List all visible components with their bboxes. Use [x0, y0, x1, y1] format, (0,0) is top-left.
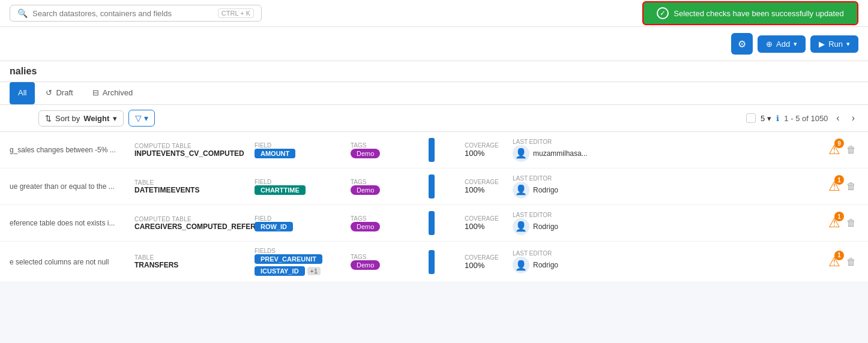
page-title: nalies [10, 66, 37, 76]
warning-count-badge: 1 [834, 175, 844, 185]
filter-tabs: All ↺ Draft ⊟ Archived [0, 82, 868, 105]
multi-field-tags: PREV_CAREUNIT ICUSTAY_ID +1 [255, 254, 346, 276]
delete-button[interactable]: 🗑 [844, 142, 858, 158]
warning-count-badge: 1 [834, 212, 844, 221]
table-type-label: Computed Table [134, 143, 250, 149]
table-row: g_sales changes between -5% ... Computed… [0, 132, 868, 169]
coverage-value: 100% [465, 149, 508, 158]
shortcut-badge: CTRL + K [218, 8, 254, 18]
warning-count-badge: 9 [834, 139, 844, 148]
add-label: Add [776, 40, 790, 49]
row-table-info: Table DATETIMEEVENTS [130, 179, 250, 194]
table-type-label: Table [134, 254, 250, 261]
select-all-checkbox[interactable] [746, 113, 756, 123]
add-button[interactable]: ⊕ Add ▾ [758, 35, 806, 53]
tag-badge: Demo [351, 222, 380, 231]
editor-name: muzammilhasa... [533, 149, 588, 158]
avatar: 👤 [513, 182, 529, 198]
row-tags: Tags Demo [346, 142, 424, 158]
settings-button[interactable]: ⚙ [731, 33, 753, 55]
row-actions: ⚠ 9 🗑 [824, 142, 858, 158]
delete-button[interactable]: 🗑 [844, 215, 858, 231]
tab-draft-label: Draft [56, 88, 73, 97]
pagination-text: 1 - 5 of 1050 [784, 114, 828, 123]
row-actions: ⚠ 1 🗑 [824, 215, 858, 231]
sort-value: Weight [83, 114, 109, 123]
field-plus-badge: +1 [307, 267, 321, 275]
tag-badge: Demo [351, 260, 380, 270]
field-label: Field [255, 215, 346, 222]
tab-draft[interactable]: ↺ Draft [37, 82, 81, 104]
page-size-value: 5 [761, 114, 765, 123]
search-input[interactable] [32, 9, 213, 18]
warning-badge-wrapper[interactable]: ⚠ 1 [828, 179, 840, 194]
tab-all[interactable]: All [10, 82, 35, 104]
pagination-next-button[interactable]: › [848, 112, 858, 125]
field-label: Field [255, 142, 346, 149]
row-editor: Last Editor 👤 Rodrigo [508, 212, 824, 235]
field-tag-2: ICUSTAY_ID [255, 266, 305, 276]
sort-chevron-icon: ▾ [113, 114, 117, 123]
table-name-value: DATETIMEEVENTS [134, 186, 250, 194]
field-label: Field [255, 179, 346, 185]
row-coverage: Coverage 100% [460, 215, 508, 231]
pagination-prev-button[interactable]: ‹ [833, 112, 843, 125]
controls-row: ⇅ Sort by Weight ▾ ▽ ▾ 5 ▾ ℹ 1 - 5 of 10… [0, 105, 868, 132]
row-tags: Tags Demo [346, 254, 424, 270]
coverage-value: 100% [465, 222, 508, 231]
tab-archived-label: Archived [103, 88, 133, 97]
row-tags: Tags Demo [346, 179, 424, 195]
row-table-info: Computed Table CAREGIVERS_COMPUTED_REFER… [130, 216, 250, 231]
sort-dropdown[interactable]: ⇅ Sort by Weight ▾ [38, 110, 124, 127]
tags-label: Tags [351, 179, 424, 185]
avatar: 👤 [513, 257, 529, 273]
page-size-chevron-icon: ▾ [767, 114, 771, 123]
editor-label: Last Editor [513, 212, 824, 218]
row-editor: Last Editor 👤 muzammilhasa... [508, 139, 824, 162]
tab-archived[interactable]: ⊟ Archived [84, 82, 142, 104]
row-coverage: Coverage 100% [460, 142, 508, 158]
filter-button[interactable]: ▽ ▾ [128, 110, 155, 127]
row-coverage: Coverage 100% [460, 179, 508, 194]
warning-badge-wrapper[interactable]: ⚠ 9 [828, 142, 840, 158]
row-field-info: Field AMOUNT [250, 142, 346, 158]
tab-all-label: All [18, 88, 26, 97]
page-size-select[interactable]: 5 ▾ [761, 114, 771, 123]
run-button[interactable]: ▶ Run ▾ [810, 35, 858, 53]
filter-icon: ▽ [135, 113, 142, 123]
check-circle-icon: ✓ [657, 7, 669, 19]
tags-label: Tags [351, 215, 424, 222]
delete-button[interactable]: 🗑 [844, 179, 858, 194]
search-box[interactable]: 🔍 CTRL + K [10, 5, 262, 22]
warning-badge-wrapper[interactable]: ⚠ 1 [828, 254, 840, 270]
row-description: e selected columns are not null [10, 258, 130, 266]
editor-label: Last Editor [513, 175, 824, 182]
editor-name: Rodrigo [533, 222, 558, 231]
notification-message: Selected checks have been successfully u… [674, 9, 843, 18]
editor-name: Rodrigo [533, 186, 558, 194]
warning-badge-wrapper[interactable]: ⚠ 1 [828, 215, 840, 231]
row-coverage-bar [424, 138, 460, 162]
tag-badge: Demo [351, 185, 380, 195]
field-tag: AMOUNT [255, 149, 295, 158]
coverage-label: Coverage [465, 215, 508, 222]
row-field-info: Fields PREV_CAREUNIT ICUSTAY_ID +1 [250, 248, 346, 276]
editor-label: Last Editor [513, 139, 824, 145]
clock-icon: ↺ [46, 88, 52, 97]
row-tags: Tags Demo [346, 215, 424, 231]
plus-icon: ⊕ [766, 40, 773, 49]
table-row: ue greater than or equal to the ... Tabl… [0, 169, 868, 205]
coverage-value: 100% [465, 185, 508, 194]
controls-left: ⇅ Sort by Weight ▾ ▽ ▾ [10, 110, 155, 127]
row-description: ue greater than or equal to the ... [10, 182, 130, 191]
row-coverage: Coverage 100% [460, 254, 508, 270]
coverage-value: 100% [465, 261, 508, 270]
table-row: eference table does not exists i... Comp… [0, 205, 868, 242]
row-actions: ⚠ 1 🗑 [824, 179, 858, 194]
table-name-value: TRANSFERS [134, 261, 250, 269]
field-tag: CHARTTIME [255, 185, 306, 195]
coverage-label: Coverage [465, 142, 508, 149]
table-type-label: Table [134, 179, 250, 186]
row-table-info: Table TRANSFERS [130, 254, 250, 269]
delete-button[interactable]: 🗑 [844, 254, 858, 270]
